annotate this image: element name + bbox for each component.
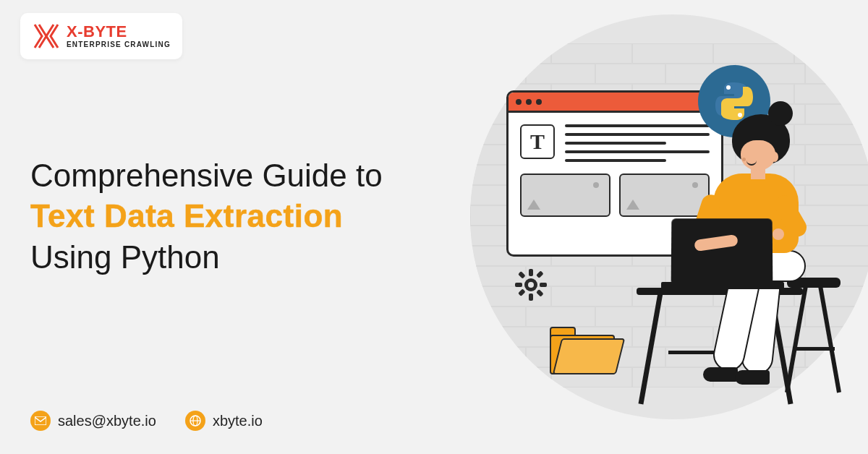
image-placeholder-icon bbox=[520, 174, 610, 217]
contact-website: xbyte.io bbox=[185, 411, 263, 431]
mail-icon bbox=[30, 411, 51, 431]
headline-block: Comprehensive Guide to Text Data Extract… bbox=[30, 155, 383, 278]
globe-icon bbox=[185, 411, 205, 431]
person-illustration bbox=[651, 101, 839, 405]
svg-rect-14 bbox=[518, 288, 526, 296]
svg-rect-9 bbox=[515, 283, 522, 287]
gear-icon bbox=[514, 267, 548, 302]
svg-rect-0 bbox=[35, 416, 46, 425]
contact-row: sales@xbyte.io xbyte.io bbox=[30, 411, 263, 431]
laptop-icon bbox=[671, 218, 773, 285]
folder-icon bbox=[550, 325, 615, 374]
logo-text: X-BYTE ENTERPRISE CRAWLING bbox=[67, 24, 171, 48]
svg-rect-11 bbox=[518, 271, 526, 279]
headline-highlight: Text Data Extraction bbox=[30, 196, 383, 236]
headline-line-1: Comprehensive Guide to bbox=[30, 155, 383, 196]
contact-website-text: xbyte.io bbox=[213, 413, 263, 429]
logo-mark-icon bbox=[32, 22, 61, 51]
logo-tagline: ENTERPRISE CRAWLING bbox=[67, 41, 171, 48]
hero-illustration: T bbox=[441, 7, 846, 412]
svg-point-4 bbox=[726, 85, 731, 90]
svg-rect-7 bbox=[529, 269, 533, 276]
contact-email: sales@xbyte.io bbox=[30, 411, 156, 431]
svg-rect-10 bbox=[540, 283, 547, 287]
contact-email-text: sales@xbyte.io bbox=[58, 413, 156, 429]
brand-logo-card: X-BYTE ENTERPRISE CRAWLING bbox=[20, 13, 182, 59]
headline-line-3: Using Python bbox=[30, 237, 383, 278]
svg-rect-13 bbox=[536, 270, 544, 278]
svg-rect-12 bbox=[536, 289, 544, 297]
svg-rect-8 bbox=[529, 294, 533, 301]
logo-brand: X-BYTE bbox=[67, 24, 171, 40]
text-icon: T bbox=[520, 124, 555, 159]
svg-point-15 bbox=[528, 282, 534, 288]
